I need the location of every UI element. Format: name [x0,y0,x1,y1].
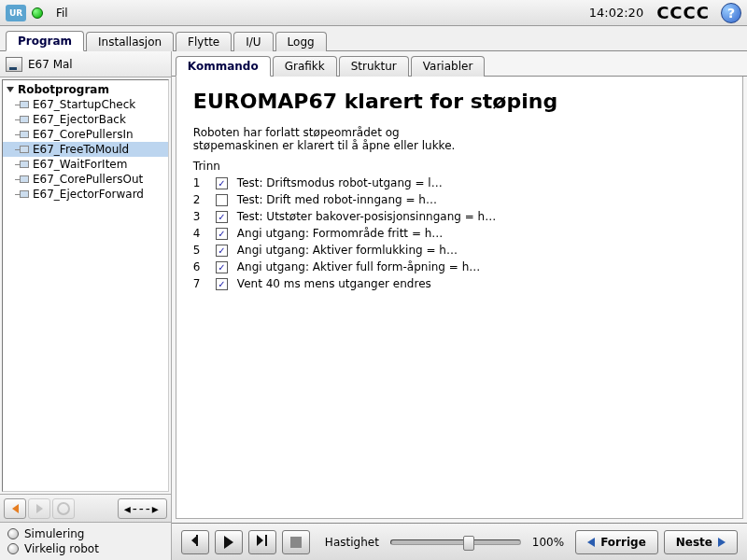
step-number: 2 [193,193,206,206]
node-icon [20,175,29,183]
step-checkbox[interactable] [216,245,228,257]
move-lr-widget[interactable]: ◂---▸ [118,498,167,519]
speed-slider[interactable] [390,539,521,545]
subtab-kommando[interactable]: Kommando [176,56,271,77]
tree-item[interactable]: E67_EjectorForward [3,187,168,202]
nav-target-button[interactable] [52,498,75,519]
rewind-button[interactable] [181,530,209,554]
step-checkbox[interactable] [216,278,228,290]
tree-nav-buttons: ◂---▸ [0,494,171,522]
circle-icon [57,502,70,515]
rewind-icon [191,535,198,549]
step-row: 2Test: Drift med robot-inngang = h… [193,191,726,208]
node-icon [20,161,29,168]
tab-i/u[interactable]: I/U [233,32,273,51]
content-description: Roboten har forlatt støpeområdet og støp… [193,126,529,152]
subtab-variabler[interactable]: Variabler [411,56,486,77]
step-number: 4 [193,227,206,240]
tree-item[interactable]: E67_FreeToMould [3,142,168,157]
slider-thumb[interactable] [463,536,474,551]
radio-icon [7,528,19,539]
arrow-right-icon [36,504,43,513]
step-row: 4Angi utgang: Formområde fritt = h… [193,225,726,242]
node-icon [20,131,29,138]
node-icon [20,190,29,198]
help-button[interactable]: ? [721,3,741,23]
step-checkbox[interactable] [216,194,228,206]
status-cccc: CCCC [656,3,710,22]
program-name: E67 Mal [28,58,73,71]
subtab-struktur[interactable]: Struktur [339,56,409,77]
stop-icon [290,537,302,548]
play-button[interactable] [215,530,243,554]
step-row: 1Test: Driftsmodus robot-utgang = l… [193,175,726,191]
step-text: Test: Driftsmodus robot-utgang = l… [237,176,443,189]
step-text: Angi utgang: Aktiver full form-åpning = … [237,260,480,273]
nav-back-button[interactable] [4,498,26,519]
mode-simulation[interactable]: Simulering [7,526,163,541]
step-forward-icon [257,535,267,549]
step-text: Angi utgang: Aktiver formlukking = h… [237,244,458,257]
step-checkbox[interactable] [216,177,228,189]
run-modes: Simulering Virkelig robot [0,522,171,560]
play-icon [224,536,233,549]
step-number: 3 [193,210,206,223]
radio-icon [7,543,19,554]
step-checkbox[interactable] [216,228,228,240]
filebar: E67 Mal [0,51,171,77]
command-content: EUROMAP67 klarert for støping Roboten ha… [176,77,743,519]
clock: 14:02:20 [589,6,643,20]
tab-flytte[interactable]: Flytte [176,32,232,51]
step-text: Test: Drift med robot-inngang = h… [237,193,437,206]
status-dot-icon [32,7,43,19]
prev-button[interactable]: Forrige [575,530,658,554]
disk-icon[interactable] [6,57,22,72]
step-row: 6Angi utgang: Aktiver full form-åpning =… [193,259,726,275]
tab-installasjon[interactable]: Installasjon [86,32,174,51]
program-tree[interactable]: Robotprogram E67_StartupCheckE67_Ejector… [2,79,169,492]
node-icon [20,146,29,153]
step-number: 5 [193,244,206,257]
step-forward-button[interactable] [248,530,276,554]
step-text: Vent 40 ms mens utganger endres [237,277,431,290]
subtab-grafikk[interactable]: Grafikk [273,56,337,77]
tab-logg[interactable]: Logg [275,32,327,51]
step-text: Angi utgang: Formområde fritt = h… [237,227,444,240]
speed-value: 100% [532,536,564,549]
tree-item[interactable]: E67_WaitForItem [3,157,168,172]
arrow-left-icon [12,504,19,513]
tree-item[interactable]: E67_CorePullersIn [3,127,168,142]
nav-forward-button[interactable] [28,498,50,519]
step-row: 5Angi utgang: Aktiver formlukking = h… [193,242,726,259]
mode-real-robot[interactable]: Virkelig robot [7,541,163,556]
arrow-right-icon [718,538,726,547]
step-row: 3Test: Utstøter bakover-posisjonsinngang… [193,208,726,225]
right-column: KommandoGrafikkStrukturVariabler EUROMAP… [172,51,747,560]
tree-item[interactable]: E67_CorePullersOut [3,172,168,187]
step-number: 7 [193,277,206,290]
menubar: UR Fil 14:02:20 CCCC ? [0,0,747,26]
speed-label: Hastighet [325,536,379,549]
stop-button[interactable] [282,530,310,554]
step-row: 7Vent 40 ms mens utganger endres [193,275,726,292]
left-column: E67 Mal Robotprogram E67_StartupCheckE67… [0,51,172,560]
arrow-left-icon [587,538,595,547]
main-tabs: ProgramInstallasjonFlytteI/ULogg [0,26,747,51]
step-number: 6 [193,260,206,273]
ur-logo: UR [6,5,26,21]
menu-file[interactable]: Fil [49,5,76,21]
step-checkbox[interactable] [216,211,228,223]
tree-item[interactable]: E67_StartupCheck [3,97,168,112]
steps-label: Trinn [193,160,726,173]
step-checkbox[interactable] [216,261,228,273]
sub-tabs: KommandoGrafikkStrukturVariabler [172,51,747,77]
tree-item[interactable]: E67_EjectorBack [3,112,168,127]
tree-root[interactable]: Robotprogram [3,82,168,97]
step-number: 1 [193,176,206,189]
next-button[interactable]: Neste [664,530,738,554]
node-icon [20,101,29,108]
bottom-bar: Hastighet 100% Forrige Neste [172,523,747,560]
collapse-icon[interactable] [7,87,14,92]
tab-program[interactable]: Program [6,31,84,51]
step-text: Test: Utstøter bakover-posisjonsinngang … [237,210,496,223]
